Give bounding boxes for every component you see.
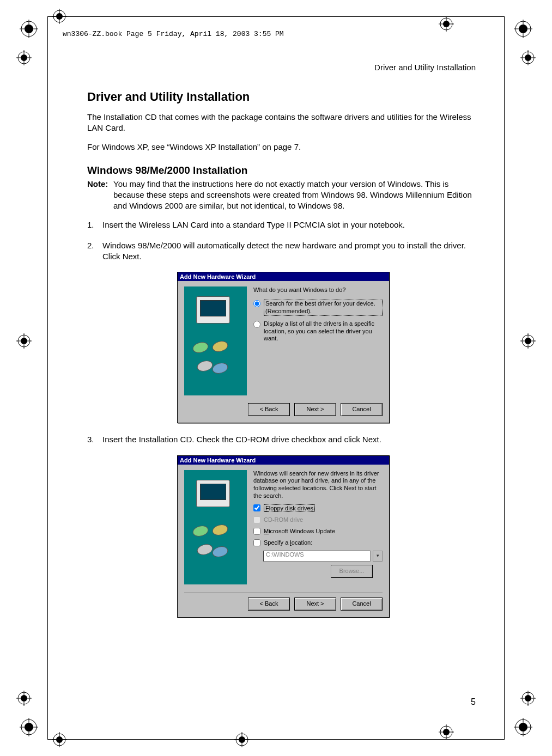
step-text: Insert the Installation CD. Check the CD…: [102, 434, 480, 445]
reg-mark: [520, 691, 536, 706]
next-button[interactable]: Next >: [294, 598, 336, 611]
print-header: wn3306-ZZ.book Page 5 Friday, April 18, …: [63, 30, 284, 38]
running-head: Driver and Utility Installation: [374, 63, 476, 72]
crop-mark-br: [514, 718, 532, 736]
cancel-button[interactable]: Cancel: [341, 598, 383, 611]
heading-main: Driver and Utility Installation: [87, 90, 480, 104]
heading-win98: Windows 98/Me/2000 Installation: [87, 164, 480, 176]
note-body: You may find that the instructions here …: [113, 179, 480, 212]
checkbox-floppy-label: FFloppy disk drivesloppy disk drives: [264, 504, 315, 512]
radio-display-list[interactable]: [253, 321, 260, 328]
back-button[interactable]: < Back: [248, 598, 290, 611]
wizard-dialog-2: Add New Hardware Wizard Windows will sea…: [177, 455, 390, 618]
step-number: 2.: [87, 240, 102, 263]
reg-mark: [52, 9, 67, 24]
checkbox-floppy[interactable]: [253, 504, 260, 511]
reg-mark: [16, 333, 32, 349]
cancel-button[interactable]: Cancel: [341, 403, 383, 416]
paragraph-xp-ref: For Windows XP, see “Windows XP Installa…: [87, 142, 480, 153]
checkbox-specify-location-label: Specify a location:Specify a location:: [264, 539, 312, 546]
reg-mark: [520, 333, 536, 349]
browse-button[interactable]: Browse...: [331, 565, 373, 578]
radio-search-best-label: Search for the best driver for your devi…: [264, 300, 383, 316]
step-number: 1.: [87, 220, 102, 230]
next-button[interactable]: Next >: [294, 403, 336, 416]
wizard-artwork-icon: [184, 470, 247, 584]
reg-mark: [439, 16, 454, 32]
wizard-dialog-1: Add New Hardware Wizard What do you want…: [177, 272, 390, 423]
reg-mark: [16, 691, 32, 706]
radio-display-list-label: Display a list of all the drivers in a s…: [264, 320, 383, 343]
reg-mark: [234, 732, 250, 747]
crop-mark-tl: [20, 20, 38, 38]
dialog-intro: Windows will search for new drivers in i…: [253, 470, 383, 500]
step-text: Insert the Wireless LAN Card into a stan…: [102, 220, 480, 230]
back-button[interactable]: < Back: [248, 403, 290, 416]
checkbox-specify-location[interactable]: [253, 539, 260, 546]
crop-mark-tr: [514, 20, 532, 38]
note-label: Note:: [87, 179, 113, 212]
crop-mark-bl: [20, 718, 38, 736]
checkbox-cdrom-label: CD-ROM drive: [264, 516, 303, 523]
checkbox-windows-update[interactable]: [253, 528, 260, 535]
wizard-artwork-icon: [184, 286, 247, 395]
reg-mark: [52, 732, 67, 747]
reg-mark: [439, 724, 454, 740]
step-text: Windows 98/Me/2000 will automatically de…: [102, 240, 480, 263]
step-number: 3.: [87, 434, 102, 445]
paragraph-intro: The Installation CD that comes with the …: [87, 112, 480, 134]
reg-mark: [16, 50, 32, 65]
reg-mark: [520, 50, 536, 65]
dropdown-arrow-icon[interactable]: ▾: [373, 551, 383, 562]
location-path-input[interactable]: C:\WINDOWS: [263, 551, 371, 562]
dialog-title: Add New Hardware Wizard: [178, 456, 389, 465]
checkbox-cdrom[interactable]: [253, 516, 260, 523]
radio-search-best[interactable]: [253, 300, 260, 307]
dialog-title: Add New Hardware Wizard: [178, 272, 389, 281]
page-number: 5: [471, 697, 476, 707]
checkbox-windows-update-label: Microsoft Windows UpdateMicrosoft Window…: [264, 528, 335, 534]
dialog-question: What do you want Windows to do?: [253, 286, 383, 293]
